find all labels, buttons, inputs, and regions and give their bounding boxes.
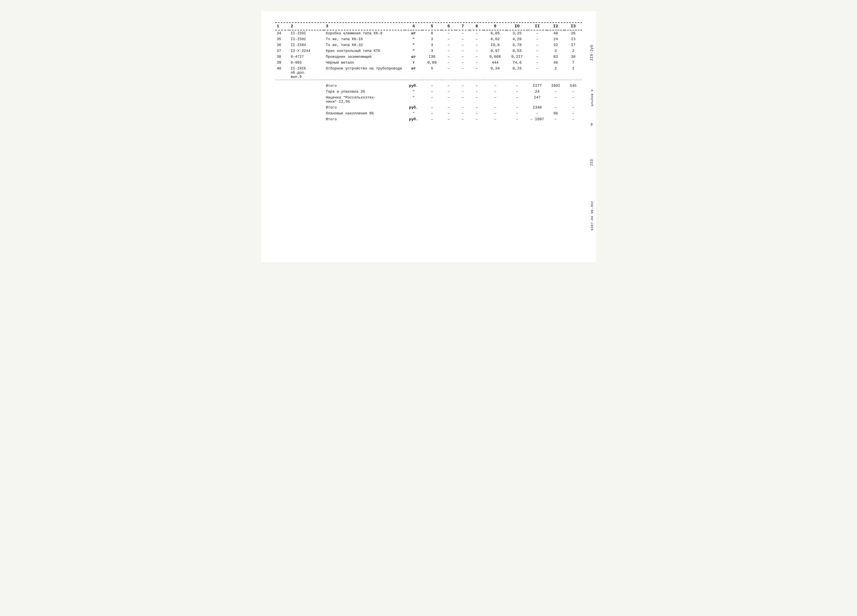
summary-q11: II77: [528, 83, 547, 89]
cell-q8: –: [470, 54, 484, 60]
table-row: 40 II-I9I6об.доп.вып.9 Отборное устройст…: [275, 66, 582, 80]
cell-code: II-I59I: [289, 30, 324, 36]
summary-q7: –: [456, 89, 470, 94]
summary-q8: –: [470, 105, 484, 111]
summary-empty-1: [275, 83, 289, 89]
summary-q6: –: [442, 94, 456, 105]
col-header-9: 9: [484, 23, 506, 30]
summary-unit: ": [405, 89, 422, 94]
cell-q12: 2: [547, 66, 565, 80]
cell-q12: 24: [547, 36, 565, 42]
summary-label: Итого: [324, 105, 405, 111]
summary-unit: руб.: [405, 83, 422, 89]
summary-row: Тара и упаковка 2% " – – – – – – 24 – –: [275, 89, 582, 94]
margin-text-top: 3I6-2уб: [590, 45, 594, 60]
col-header-7: 7: [456, 23, 470, 30]
summary-q12: 96: [547, 111, 565, 116]
col-header-8: 8: [470, 23, 484, 30]
table-row: 35 II-I592 То же, типа КК-I6 " 3 – – – 8…: [275, 36, 582, 42]
table-row: 37 I2-У-2244 Кран контрольный типа КТК "…: [275, 48, 582, 54]
summary-empty-1: [275, 105, 289, 111]
table-header: 1 2 3 4 5 6 7 8 9 IO II I2 I3: [275, 23, 582, 30]
cell-q8: –: [470, 30, 484, 36]
summary-empty-2: [289, 83, 324, 89]
cell-num: 39: [275, 60, 289, 66]
summary-q6: –: [442, 89, 456, 94]
col-header-5: 5: [422, 23, 441, 30]
summary-q9: –: [484, 83, 506, 89]
table-row: 36 II-I594 То же, типа КК-32 " 3 – – – I…: [275, 42, 582, 48]
summary-q6: –: [442, 83, 456, 89]
summary-q11: I47: [528, 94, 547, 105]
cell-q7: –: [456, 36, 470, 42]
summary-empty-2: [289, 111, 324, 116]
cell-num: 37: [275, 48, 289, 54]
col-header-13: I3: [565, 23, 582, 30]
margin-text-album: альбом 6: [591, 89, 594, 106]
cell-code: 8–4727: [289, 54, 324, 60]
summary-empty-2: [289, 105, 324, 111]
cell-q5: 3: [422, 42, 441, 48]
cell-code: II-I594: [289, 42, 324, 48]
col-header-2: 2: [289, 23, 324, 30]
summary-unit: руб.: [405, 105, 422, 111]
summary-unit: руб.: [405, 116, 422, 122]
summary-unit: ": [405, 94, 422, 105]
summary-q9: –: [484, 89, 506, 94]
cell-q7: –: [456, 54, 470, 60]
summary-row: Итого руб. – – – – – – I348 – –: [275, 105, 582, 111]
cell-q12: 40: [547, 60, 565, 66]
cell-q7: –: [456, 30, 470, 36]
cell-q6: –: [442, 66, 456, 80]
summary-q8: –: [470, 89, 484, 94]
col-header-1: 1: [275, 23, 289, 30]
cell-num: 38: [275, 54, 289, 60]
cell-q9: 8,02: [484, 36, 506, 42]
summary-row: Плановые накопления 6% " – – – – – – – 9…: [275, 111, 582, 116]
cell-q13: I: [565, 66, 582, 80]
summary-q8: –: [470, 83, 484, 89]
summary-q13: –: [565, 111, 582, 116]
cell-q13: 7: [565, 60, 582, 66]
cell-q11: –: [528, 36, 547, 42]
summary-q6: –: [442, 105, 456, 111]
summary-row: Итого руб. – – – – – – – I897 – –: [275, 116, 582, 122]
summary-q7: –: [456, 94, 470, 105]
summary-q11: I348: [528, 105, 547, 111]
summary-q5: –: [422, 94, 441, 105]
cell-q11: –: [528, 60, 547, 66]
summary-empty-1: [275, 94, 289, 105]
summary-row: Итого руб. – – – – – – II77 I6OI 545: [275, 83, 582, 89]
summary-q8: –: [470, 111, 484, 116]
cell-num: 35: [275, 36, 289, 42]
cell-code: II-I592: [289, 36, 324, 42]
cell-q5: I36: [422, 54, 441, 60]
cell-q10: 74,6: [506, 60, 528, 66]
summary-q7: –: [456, 116, 470, 122]
col-header-10: IO: [506, 23, 528, 30]
cell-q7: –: [456, 60, 470, 66]
cell-q7: –: [456, 66, 470, 80]
cell-code: 8–903: [289, 60, 324, 66]
cell-name: Коробка клеммная типа КК-8: [324, 30, 405, 36]
cell-q11: –: [528, 54, 547, 60]
cell-num: 40: [275, 66, 289, 80]
cell-q9: 0,97: [484, 48, 506, 54]
cell-unit: шт: [405, 54, 422, 60]
summary-empty-2: [289, 116, 324, 122]
summary-q8: –: [470, 94, 484, 105]
cell-q8: –: [470, 42, 484, 48]
cell-q13: 26: [565, 30, 582, 36]
summary-empty-1: [275, 116, 289, 122]
summary-label: Тара и упаковка 2%: [324, 89, 405, 94]
margin-text-153: I53: [590, 159, 594, 166]
cell-q5: 0,09: [422, 60, 441, 66]
summary-q9: –: [484, 111, 506, 116]
cell-unit: шт: [405, 30, 422, 36]
cell-q10: 0,I6: [506, 66, 528, 80]
cell-q7: –: [456, 48, 470, 54]
cell-unit: шт: [405, 66, 422, 80]
cell-num: 34: [275, 30, 289, 36]
cell-unit: ": [405, 42, 422, 48]
summary-row: Наценка "Россельхозтех-ники" I2,5% " – –…: [275, 94, 582, 105]
